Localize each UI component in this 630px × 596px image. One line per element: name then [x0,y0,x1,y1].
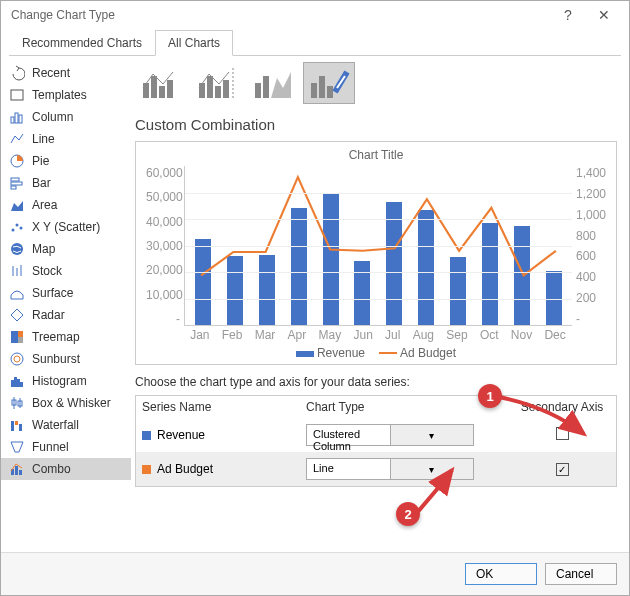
sidebar-item-templates[interactable]: Templates [1,84,131,106]
sidebar-item-boxwhisker[interactable]: Box & Whisker [1,392,131,414]
svg-point-11 [20,227,23,230]
chart-tabs: Recommended Charts All Charts [9,29,621,56]
svg-rect-41 [199,83,205,98]
svg-rect-40 [167,80,173,98]
surface-icon [9,285,25,301]
sidebar-item-label: Histogram [32,374,87,388]
annotation-badge-2: 2 [396,502,420,526]
sidebar-item-pie[interactable]: Pie [1,150,131,172]
svg-point-9 [12,229,15,232]
y-axis-secondary: 1,4001,2001,000800600400200- [572,166,606,326]
secondary-axis-checkbox-adbudget[interactable]: ✓ [556,463,569,476]
svg-rect-6 [11,182,22,185]
column-icon [9,109,25,125]
svg-point-10 [16,224,19,227]
tab-all-charts[interactable]: All Charts [155,30,233,56]
help-button[interactable]: ? [553,7,583,23]
series-type-select-revenue[interactable]: Clustered Column▾ [306,424,474,446]
svg-rect-50 [319,76,325,98]
sidebar-item-waterfall[interactable]: Waterfall [1,414,131,436]
tab-recommended[interactable]: Recommended Charts [9,30,155,56]
combo-icon [9,461,25,477]
annotation-badge-1: 1 [478,384,502,408]
series-name: Revenue [157,428,205,442]
sidebar-item-line[interactable]: Line [1,128,131,150]
chart-title: Chart Title [146,148,606,162]
sidebar-item-label: Recent [32,66,70,80]
sidebar-item-scatter[interactable]: X Y (Scatter) [1,216,131,238]
boxwhisker-icon [9,395,25,411]
svg-point-20 [11,353,23,365]
legend-adbudget: Ad Budget [400,346,456,360]
sidebar-item-bar[interactable]: Bar [1,172,131,194]
svg-rect-38 [151,76,157,98]
sidebar-item-label: Funnel [32,440,69,454]
series-type-select-adbudget[interactable]: Line▾ [306,458,474,480]
svg-rect-51 [327,86,333,98]
stock-icon [9,263,25,279]
svg-point-12 [11,243,23,255]
treemap-icon [9,329,25,345]
svg-point-21 [14,356,20,362]
svg-rect-32 [19,424,22,431]
area-icon [9,197,25,213]
map-icon [9,241,25,257]
sidebar-item-funnel[interactable]: Funnel [1,436,131,458]
sidebar-item-label: Map [32,242,55,256]
bar-icon [9,175,25,191]
sidebar-item-radar[interactable]: Radar [1,304,131,326]
chevron-down-icon: ▾ [390,459,474,479]
svg-rect-25 [20,382,23,387]
dialog-title: Change Chart Type [11,8,547,22]
sidebar-item-recent[interactable]: Recent [1,62,131,84]
sidebar-item-combo[interactable]: Combo [1,458,131,480]
close-button[interactable]: ✕ [589,7,619,23]
svg-rect-19 [18,337,23,343]
secondary-axis-checkbox-revenue[interactable] [556,427,569,440]
combo-thumb-3[interactable] [247,62,299,104]
sidebar-item-stock[interactable]: Stock [1,260,131,282]
svg-rect-23 [14,377,17,387]
series-table: Series Name Chart Type Secondary Axis Re… [135,395,617,487]
svg-rect-3 [19,115,22,123]
sidebar-item-histogram[interactable]: Histogram [1,370,131,392]
svg-rect-24 [17,379,20,387]
line-icon [9,131,25,147]
sidebar-item-label: Treemap [32,330,80,344]
sidebar-item-label: Radar [32,308,65,322]
sidebar-item-label: Sunburst [32,352,80,366]
svg-rect-22 [11,380,14,387]
ok-button[interactable]: OK [465,563,537,585]
svg-rect-37 [143,83,149,98]
sidebar-item-label: Area [32,198,57,212]
svg-rect-44 [223,80,229,98]
series-name: Ad Budget [157,462,213,476]
legend-revenue: Revenue [317,346,365,360]
svg-rect-0 [11,90,23,100]
sidebar-item-label: Stock [32,264,62,278]
cancel-button[interactable]: Cancel [545,563,617,585]
chart-type-sidebar: Recent Templates Column Line Pie Bar Are… [1,56,131,552]
change-chart-type-dialog: Change Chart Type ? ✕ Recommended Charts… [0,0,630,596]
sidebar-item-treemap[interactable]: Treemap [1,326,131,348]
combo-thumb-1[interactable] [135,62,187,104]
svg-rect-5 [11,178,19,181]
combo-thumb-custom[interactable] [303,62,355,104]
series-swatch [142,465,151,474]
y-axis-primary: 60,00050,00040,00030,00020,00010,000- [146,166,184,326]
sidebar-item-sunburst[interactable]: Sunburst [1,348,131,370]
sidebar-item-column[interactable]: Column [1,106,131,128]
svg-marker-16 [11,309,23,321]
sidebar-item-surface[interactable]: Surface [1,282,131,304]
scatter-icon [9,219,25,235]
combo-subtype-row [135,62,617,104]
combo-thumb-2[interactable] [191,62,243,104]
series-row-revenue: Revenue Clustered Column▾ [136,418,616,452]
svg-rect-30 [11,421,14,431]
sidebar-item-label: Pie [32,154,49,168]
sidebar-item-area[interactable]: Area [1,194,131,216]
svg-marker-33 [11,442,23,452]
svg-rect-39 [159,86,165,98]
sidebar-item-map[interactable]: Map [1,238,131,260]
svg-marker-48 [271,72,291,98]
